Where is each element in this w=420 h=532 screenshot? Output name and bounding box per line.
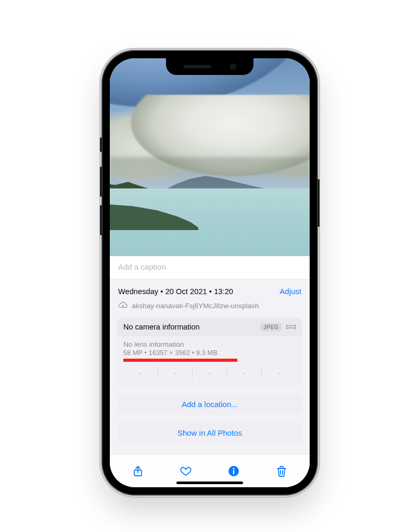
- iphone-frame: Wednesday • 20 Oct 2021 • 13:20 Adjust a…: [103, 51, 317, 495]
- camera-info-body: No lens information 58 MP • 16357 × 3562…: [117, 336, 302, 386]
- panorama-icon: [286, 324, 296, 330]
- share-button[interactable]: [126, 460, 149, 483]
- delete-button[interactable]: [270, 460, 293, 483]
- exif-segments: - - - - -: [123, 367, 296, 379]
- front-camera: [230, 64, 236, 70]
- add-location-button[interactable]: Add a location...: [117, 394, 302, 415]
- heart-icon: [180, 465, 192, 477]
- power-button: [317, 179, 320, 227]
- annotation-red-underline: [123, 359, 237, 362]
- svg-rect-3: [233, 470, 234, 474]
- favorite-button[interactable]: [174, 460, 197, 483]
- home-indicator[interactable]: [176, 482, 243, 484]
- exif-segment: -: [158, 367, 193, 379]
- share-icon: [132, 465, 144, 477]
- camera-info-header: No camera information JPEG: [117, 318, 302, 336]
- format-badges: JPEG: [260, 323, 296, 331]
- exif-segment: -: [261, 367, 296, 379]
- info-icon: [227, 465, 240, 477]
- adjust-button[interactable]: Adjust: [279, 287, 301, 296]
- exif-segment: -: [123, 367, 158, 379]
- screen: Wednesday • 20 Oct 2021 • 13:20 Adjust a…: [110, 58, 310, 487]
- info-button[interactable]: [222, 460, 245, 483]
- photo-spec-line: 58 MP • 16357 × 3562 • 9.3 MB: [123, 349, 296, 357]
- notch: [166, 58, 253, 75]
- camera-info-title: No camera information: [123, 323, 200, 331]
- volume-down-button: [100, 205, 102, 235]
- show-in-all-photos-button[interactable]: Show in All Photos: [117, 422, 302, 444]
- photo-date-time: Wednesday • 20 Oct 2021 • 13:20: [118, 287, 233, 296]
- lens-info-line: No lens information: [123, 340, 296, 348]
- cloud-download-icon: [118, 301, 128, 310]
- trash-icon: [275, 465, 288, 477]
- mute-switch: [100, 137, 102, 152]
- meta-section: Wednesday • 20 Oct 2021 • 13:20 Adjust a…: [110, 280, 310, 310]
- exif-segment: -: [227, 367, 262, 379]
- svg-point-2: [233, 468, 235, 470]
- photo-preview[interactable]: [110, 58, 310, 256]
- format-badge-jpeg: JPEG: [260, 323, 282, 331]
- exif-segment: -: [192, 367, 227, 379]
- volume-up-button: [100, 167, 102, 197]
- action-buttons: Add a location... Show in All Photos: [110, 386, 310, 444]
- caption-input[interactable]: [118, 262, 301, 271]
- earpiece-speaker: [183, 65, 211, 68]
- caption-row: [110, 256, 310, 280]
- file-row: akshay-nanavati-Fsj6YMcJ8zw-unsplash: [118, 301, 301, 310]
- camera-info-card: No camera information JPEG No lens infor…: [117, 318, 302, 386]
- photo-filename: akshay-nanavati-Fsj6YMcJ8zw-unsplash: [132, 302, 259, 310]
